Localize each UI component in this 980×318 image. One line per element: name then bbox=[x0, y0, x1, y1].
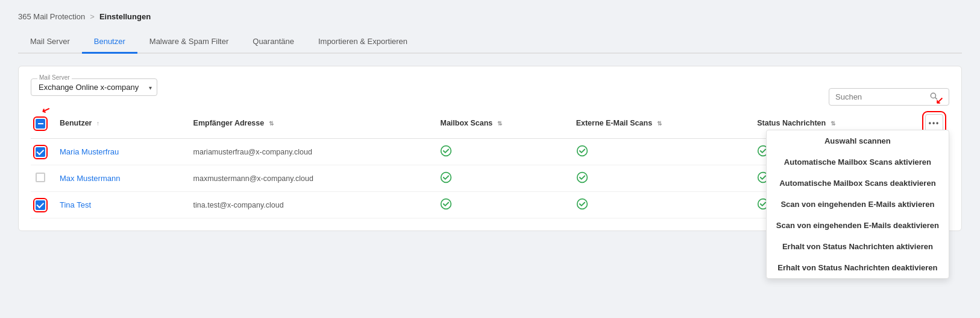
menu-item-mailbox-deaktivieren[interactable]: Automatische Mailbox Scans deaktivieren bbox=[767, 173, 949, 194]
th-mailbox-scans[interactable]: Mailbox Scans ⇅ bbox=[435, 108, 571, 139]
row3-checkbox[interactable] bbox=[36, 200, 45, 210]
row1-checkbox[interactable] bbox=[36, 147, 45, 157]
svg-point-3 bbox=[577, 146, 587, 156]
row1-externe-scan bbox=[571, 139, 753, 165]
row2-email-addr: maxmustermann@x-company.cloud bbox=[193, 174, 313, 183]
row2-mailbox-check-icon bbox=[440, 176, 452, 185]
svg-point-5 bbox=[441, 173, 451, 183]
th-benutzer[interactable]: Benutzer ↑ bbox=[55, 108, 189, 139]
tab-benutzer[interactable]: Benutzer bbox=[82, 31, 137, 54]
context-dropdown-menu: Auswahl scannen Automatische Mailbox Sca… bbox=[766, 130, 949, 279]
row2-externe-scan bbox=[571, 165, 753, 192]
users-table: ↙ Benutzer ↑ Empfänger Adresse ⇅ Mailbox… bbox=[31, 108, 949, 218]
mail-server-dropdown[interactable]: Mail Server Exchange Online x-company ▾ bbox=[31, 78, 157, 96]
svg-point-8 bbox=[441, 199, 451, 209]
search-input[interactable] bbox=[835, 92, 926, 101]
row3-email-addr: tina.test@x-company.cloud bbox=[193, 201, 284, 209]
row2-mailbox-scan bbox=[435, 165, 571, 192]
th-externe-scans[interactable]: Externe E-Mail Scans ⇅ bbox=[571, 108, 753, 139]
breadcrumb-separator: > bbox=[90, 12, 95, 21]
menu-item-eingehend-aktivieren[interactable]: Scan von eingehenden E-Mails aktivieren bbox=[767, 194, 949, 215]
tab-import-export[interactable]: Importieren & Exportieren bbox=[306, 31, 419, 54]
row2-checkbox[interactable] bbox=[36, 173, 45, 182]
sort-icon-benutzer: ↑ bbox=[96, 120, 99, 127]
row1-email-addr: mariamusterfrau@x-company.cloud bbox=[193, 148, 312, 156]
row3-email: tina.test@x-company.cloud bbox=[189, 192, 436, 218]
breadcrumb-parent[interactable]: 365 Mail Protection bbox=[18, 12, 85, 21]
row1-email: mariamusterfrau@x-company.cloud bbox=[189, 139, 436, 165]
sort-icon-status: ⇅ bbox=[831, 120, 835, 127]
breadcrumb: 365 Mail Protection > Einstellungen bbox=[18, 12, 962, 21]
tab-malware[interactable]: Malware & Spam Filter bbox=[137, 31, 240, 54]
row1-externe-check-icon bbox=[576, 150, 588, 159]
menu-item-status-aktivieren[interactable]: Erhalt von Status Nachrichten aktivieren bbox=[767, 236, 949, 257]
table-wrapper: ↙ Benutzer ↑ Empfänger Adresse ⇅ Mailbox… bbox=[31, 108, 949, 218]
mail-server-dropdown-label: Mail Server bbox=[37, 74, 72, 81]
row1-mailbox-check-icon bbox=[440, 150, 452, 159]
row2-checkbox-cell bbox=[31, 165, 55, 192]
menu-item-auswahl-scannen[interactable]: Auswahl scannen bbox=[767, 130, 949, 151]
select-all-checkbox[interactable] bbox=[36, 119, 45, 129]
row3-name: Tina Test bbox=[55, 192, 189, 218]
row1-name: Maria Musterfrau bbox=[55, 139, 189, 165]
row2-name: Max Mustermann bbox=[55, 165, 189, 192]
sort-icon-externe: ⇅ bbox=[657, 120, 662, 127]
row2-email: maxmustermann@x-company.cloud bbox=[189, 165, 436, 192]
row3-checkbox-cell bbox=[31, 192, 55, 218]
breadcrumb-current: Einstellungen bbox=[99, 12, 151, 21]
menu-item-status-deaktivieren[interactable]: Erhalt von Status Nachrichten deaktivier… bbox=[767, 257, 949, 278]
menu-item-mailbox-aktivieren[interactable]: Automatische Mailbox Scans aktivieren bbox=[767, 151, 949, 173]
row1-user-name[interactable]: Maria Musterfrau bbox=[60, 147, 119, 156]
mail-server-dropdown-value: Exchange Online x-company bbox=[39, 83, 139, 92]
row3-externe-check-icon bbox=[576, 203, 588, 212]
th-actions: ↙ ••• Auswahl scannen Automatische Mailb… bbox=[919, 108, 949, 139]
chevron-down-icon: ▾ bbox=[149, 84, 152, 91]
red-arrow-action-indicator: ↙ bbox=[935, 95, 943, 106]
three-dot-icon: ••• bbox=[929, 119, 940, 127]
sort-icon-empfaenger: ⇅ bbox=[269, 120, 274, 127]
row3-user-name[interactable]: Tina Test bbox=[60, 200, 91, 209]
top-toolbar: Mail Server Exchange Online x-company ▾ bbox=[31, 78, 949, 106]
th-checkbox: ↙ bbox=[31, 108, 55, 139]
row2-externe-check-icon bbox=[576, 176, 588, 185]
th-empfaenger[interactable]: Empfänger Adresse ⇅ bbox=[189, 108, 436, 139]
tab-mail-server[interactable]: Mail Server bbox=[18, 31, 82, 54]
svg-point-2 bbox=[441, 146, 451, 156]
svg-point-9 bbox=[577, 199, 587, 209]
content-card: Mail Server Exchange Online x-company ▾ bbox=[18, 66, 962, 231]
tab-bar: Mail Server Benutzer Malware & Spam Filt… bbox=[18, 31, 962, 54]
row3-mailbox-scan bbox=[435, 192, 571, 218]
row1-mailbox-scan bbox=[435, 139, 571, 165]
row3-mailbox-check-icon bbox=[440, 203, 452, 212]
menu-item-eingehend-deaktivieren[interactable]: Scan von eingehenden E-Mails deaktiviere… bbox=[767, 215, 949, 236]
svg-point-6 bbox=[577, 173, 587, 183]
tab-quarantine[interactable]: Quarantäne bbox=[240, 31, 306, 54]
row3-externe-scan bbox=[571, 192, 753, 218]
row1-checkbox-cell bbox=[31, 139, 55, 165]
search-box bbox=[829, 88, 949, 106]
table-header-row: ↙ Benutzer ↑ Empfänger Adresse ⇅ Mailbox… bbox=[31, 108, 949, 139]
sort-icon-mailbox: ⇅ bbox=[497, 120, 502, 127]
row2-user-name[interactable]: Max Mustermann bbox=[60, 174, 120, 183]
